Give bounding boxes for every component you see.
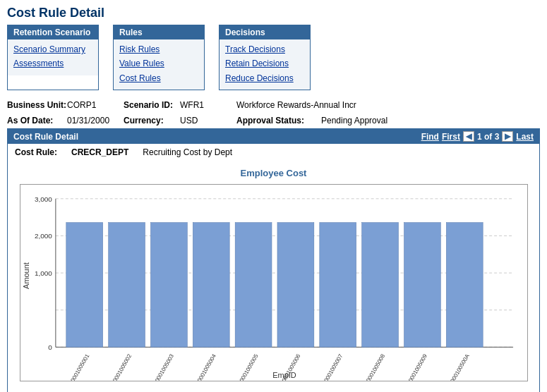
- prev-page-button[interactable]: ◀: [463, 131, 474, 142]
- find-link[interactable]: Find: [421, 132, 439, 142]
- decisions-box: Decisions Track Decisions Retain Decisio…: [219, 25, 311, 90]
- cost-rules-link[interactable]: Cost Rules: [119, 71, 198, 85]
- first-link[interactable]: First: [442, 132, 460, 142]
- page-count: 1 of 3: [477, 132, 499, 142]
- cost-rule-label: Cost Rule:: [15, 147, 57, 157]
- assessments-link[interactable]: Assessments: [13, 56, 92, 71]
- retention-scenario-header: Retention Scenario: [8, 25, 98, 39]
- svg-text:EmpID: EmpID: [272, 371, 296, 379]
- rules-body: Risk Rules Value Rules Cost Rules: [114, 39, 204, 90]
- chart-container: Employee Cost 3,000 2,000 1,000 0 Amo: [8, 161, 539, 392]
- risk-rules-link[interactable]: Risk Rules: [119, 42, 198, 56]
- svg-text:1,000: 1,000: [34, 269, 52, 277]
- rules-header: Rules: [114, 25, 204, 39]
- svg-rect-20: [404, 223, 440, 348]
- svg-text:50001005001: 50001005001: [68, 353, 90, 381]
- approval-status-label: Approval Status:: [236, 116, 321, 125]
- svg-text:50001005009: 50001005009: [405, 353, 428, 381]
- retention-scenario-body: Scenario Summary Assessments: [8, 39, 98, 75]
- info-row-1: Business Unit: CORP1 Scenario ID: WFR1 W…: [0, 97, 547, 113]
- scenario-name: Workforce Rewards-Annual Incr: [236, 100, 356, 110]
- scenario-id-label: Scenario ID:: [124, 100, 180, 110]
- chart-title: Employee Cost: [18, 168, 529, 178]
- reduce-decisions-link[interactable]: Reduce Decisions: [225, 71, 304, 85]
- svg-text:50001005005: 50001005005: [236, 353, 259, 381]
- rules-box: Rules Risk Rules Value Rules Cost Rules: [113, 25, 205, 90]
- value-rules-link[interactable]: Value Rules: [119, 56, 198, 71]
- svg-text:50001005002: 50001005002: [110, 353, 133, 381]
- section-header-bar: Cost Rule Detail Find First ◀ 1 of 3 ▶ L…: [8, 129, 539, 144]
- section-title: Cost Rule Detail: [13, 132, 78, 142]
- svg-text:50001005004: 50001005004: [194, 353, 217, 381]
- info-row-2: As Of Date: 01/31/2000 Currency: USD App…: [0, 113, 547, 128]
- retention-scenario-box: Retention Scenario Scenario Summary Asse…: [7, 25, 99, 90]
- detail-section: Cost Rule Detail Find First ◀ 1 of 3 ▶ L…: [7, 128, 540, 392]
- svg-rect-16: [235, 223, 272, 348]
- track-decisions-link[interactable]: Track Decisions: [225, 42, 304, 56]
- cost-rule-code: CRECR_DEPT: [71, 147, 128, 157]
- svg-rect-19: [361, 223, 398, 348]
- currency-value: USD: [180, 116, 236, 125]
- cost-rule-description: Recruiting Cost by Dept: [143, 147, 232, 157]
- as-of-date-label: As Of Date:: [7, 116, 67, 125]
- chart-area: 3,000 2,000 1,000 0 Amount: [20, 184, 528, 381]
- svg-rect-13: [108, 223, 145, 348]
- retain-decisions-link[interactable]: Retain Decisions: [225, 56, 304, 71]
- svg-text:50001005003: 50001005003: [152, 353, 174, 381]
- last-link[interactable]: Last: [516, 132, 534, 142]
- svg-rect-18: [319, 223, 356, 348]
- as-of-date-value: 01/31/2000: [67, 116, 124, 125]
- currency-label: Currency:: [124, 116, 180, 125]
- nav-section: Retention Scenario Scenario Summary Asse…: [0, 25, 547, 97]
- business-unit-value: CORP1: [67, 100, 124, 110]
- svg-rect-14: [150, 223, 187, 348]
- section-nav-controls: Find First ◀ 1 of 3 ▶ Last: [421, 131, 534, 142]
- chart-svg: 3,000 2,000 1,000 0 Amount: [20, 185, 527, 381]
- svg-rect-17: [277, 223, 313, 348]
- scenario-summary-link[interactable]: Scenario Summary: [13, 42, 92, 56]
- approval-status-value: Pending Approval: [321, 116, 387, 125]
- svg-text:50001005008: 50001005008: [363, 353, 386, 381]
- page-title: Cost Rule Detail: [0, 0, 547, 25]
- decisions-body: Track Decisions Retain Decisions Reduce …: [220, 39, 310, 90]
- svg-text:5000100500A: 5000100500A: [447, 353, 471, 381]
- svg-rect-12: [66, 223, 102, 348]
- svg-text:Amount: Amount: [21, 262, 30, 289]
- next-page-button[interactable]: ▶: [502, 131, 513, 142]
- cost-rule-row: Cost Rule: CRECR_DEPT Recruiting Cost by…: [8, 144, 539, 161]
- svg-rect-21: [446, 223, 483, 348]
- scenario-id-value: WFR1: [180, 100, 236, 110]
- business-unit-label: Business Unit:: [7, 100, 67, 110]
- svg-text:0: 0: [48, 344, 52, 352]
- svg-rect-15: [193, 223, 229, 348]
- svg-text:2,000: 2,000: [34, 233, 52, 240]
- svg-text:3,000: 3,000: [34, 195, 52, 203]
- svg-text:50001005007: 50001005007: [321, 353, 344, 381]
- decisions-header: Decisions: [220, 25, 310, 39]
